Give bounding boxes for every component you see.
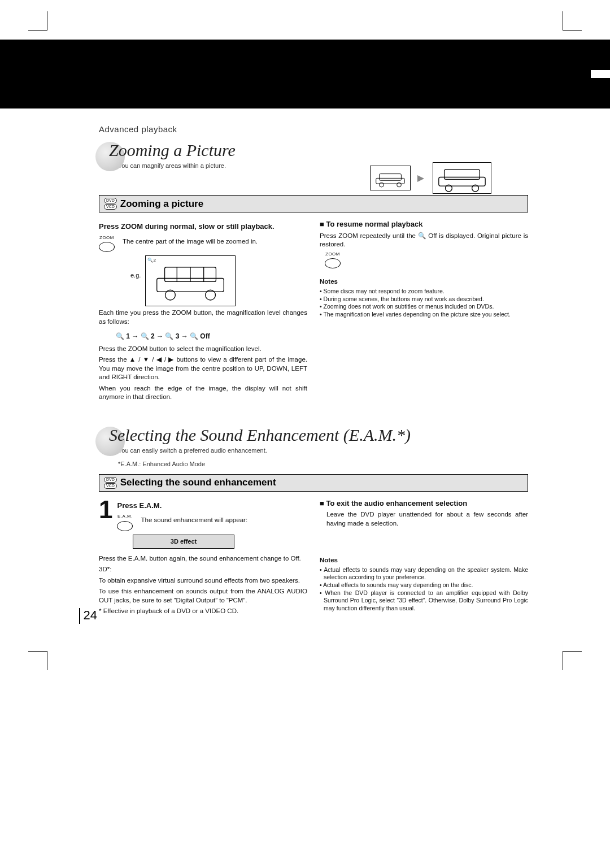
zoom-button-icon: ZOOM <box>99 235 115 253</box>
format-badge-vcd: VCD <box>104 483 117 489</box>
zoom-notes-list: Some discs may not respond to zoom featu… <box>320 288 528 319</box>
zoom-arrow-icon <box>417 174 425 182</box>
eam-p-3d: To obtain expansive virtual surround sou… <box>99 576 307 585</box>
zoom-step-desc: The centre part of the image will be zoo… <box>123 237 307 246</box>
zoom-illustration <box>370 162 528 196</box>
header-black-bar <box>0 40 610 108</box>
crop-mark <box>28 11 47 31</box>
exit-heading: To exit the audio enhancement selection <box>320 498 528 509</box>
zoom-p-arrows: Press the ▲ / ▼ / ◀ / ▶ buttons to view … <box>99 355 307 382</box>
eam-p-pcm: To use this enhancement on sounds output… <box>99 587 307 605</box>
magnify-level-tag: 2 <box>147 258 156 264</box>
format-badge-dvd: DVD <box>104 198 117 203</box>
eam-p-eff: * Effective in playback of a DVD or a VI… <box>99 607 307 616</box>
eam-p-again: Press the E.A.M. button again, the sound… <box>99 554 307 563</box>
crop-mark <box>28 651 47 670</box>
note-item: Actual effects to sounds may vary depend… <box>320 566 528 581</box>
eam-footnote: *E.A.M.: Enhanced Audio Mode <box>118 461 528 467</box>
zoom-p-edge: When you reach the edge of the image, th… <box>99 384 307 402</box>
note-item: Some discs may not respond to zoom featu… <box>320 288 528 296</box>
svg-rect-4 <box>445 170 480 180</box>
format-badge-dvd: DVD <box>104 477 117 483</box>
bar-heading-zoom: DVD VCD Zooming a picture <box>99 195 528 212</box>
eg-label: e.g. <box>130 271 141 280</box>
zoom-button-icon: ZOOM <box>323 251 342 269</box>
eam-notes-list: Actual effects to sounds may vary depend… <box>320 566 528 613</box>
zoom-p-select: Press the ZOOM button to select the magn… <box>99 345 307 354</box>
note-item: During some scenes, the buttons may not … <box>320 296 528 303</box>
note-item: When the DVD player is connected to an a… <box>320 589 528 613</box>
section-title-eam: Selecting the Sound Enhancement (E.A.M.*… <box>99 426 528 445</box>
eam-step-desc: The sound enhancement will appear: <box>141 516 307 525</box>
magnification-sequence: 🔍 1 → 🔍 2 → 🔍 3 → 🔍 Off <box>116 332 307 341</box>
format-badge-vcd: VCD <box>104 204 117 210</box>
crop-mark <box>563 11 582 31</box>
notes-heading: Notes <box>320 277 528 287</box>
note-item: The magnification level varies depending… <box>320 311 528 319</box>
bar-heading-eam: DVD VCD Selecting the sound enhancement <box>99 474 528 492</box>
svg-point-3 <box>397 183 402 187</box>
eam-button-icon: E.A.M. <box>117 514 133 531</box>
section-subtitle-eam: You can easily switch a preferred audio … <box>118 447 528 454</box>
eam-step-title: Press E.A.M. <box>117 501 307 511</box>
breadcrumb: Advanced playback <box>99 124 528 134</box>
note-item: Zooming does not work on subtitles or me… <box>320 303 528 311</box>
zoom-p-each: Each time you press the ZOOM button, the… <box>99 309 307 326</box>
section-title-zoom: Zooming a Picture <box>99 141 528 160</box>
note-item: Actual effects to sounds may vary depend… <box>320 581 528 589</box>
resume-heading: To resume normal playback <box>320 219 528 229</box>
exit-text: Leave the DVD player unattended for abou… <box>320 510 528 528</box>
svg-rect-0 <box>380 174 402 181</box>
crop-mark <box>563 651 582 670</box>
resume-text: Press ZOOM repeatedly until the 🔍 Off is… <box>320 232 528 249</box>
zoom-step-title: Press ZOOM during normal, slow or still … <box>99 222 307 232</box>
page-number: 24 <box>79 608 97 624</box>
svg-point-2 <box>380 183 384 187</box>
svg-rect-5 <box>439 177 485 186</box>
notes-heading: Notes <box>320 556 528 565</box>
osd-display: 3D effect <box>133 535 234 549</box>
step-number: 1 <box>99 497 112 522</box>
eam-3d-label: 3D*: <box>99 565 307 574</box>
